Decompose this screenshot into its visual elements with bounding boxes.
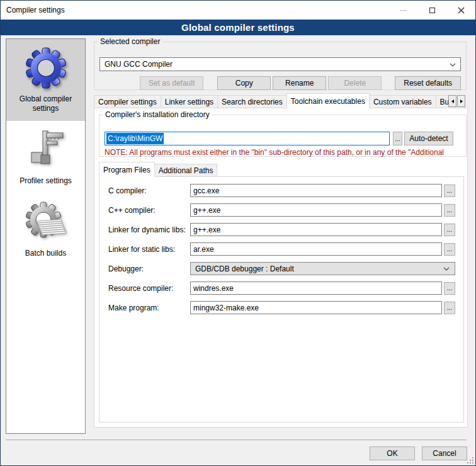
resize-grip[interactable]: [467, 457, 474, 464]
field-row-c-compiler: C compiler: ...: [108, 184, 463, 197]
copy-button[interactable]: Copy: [217, 76, 271, 90]
delete-button[interactable]: Delete: [328, 76, 382, 90]
field-row-make-program: Make program: ...: [108, 301, 463, 314]
sidebar-item-global-compiler-settings[interactable]: Global compiler settings: [6, 39, 85, 121]
settings-category-list: Global compiler settings: [6, 38, 86, 434]
tab-custom-variables[interactable]: Custom variables: [369, 95, 436, 108]
minimize-icon: [400, 10, 407, 11]
field-row-linker-static: Linker for static libs: ...: [108, 242, 463, 256]
make-program-input[interactable]: [190, 301, 442, 314]
sidebar-item-label: Global compiler settings: [8, 94, 84, 113]
installation-directory-value: C:\raylib\MinGW: [106, 133, 164, 144]
field-label: C++ compiler:: [108, 206, 190, 215]
tab-scroll-arrows: [448, 95, 465, 107]
sidebar-item-label: Batch builds: [25, 249, 66, 258]
reset-defaults-button[interactable]: Reset defaults: [395, 76, 461, 90]
field-row-linker-dynamic: Linker for dynamic libs: ...: [108, 223, 463, 236]
tab-compiler-settings[interactable]: Compiler settings: [94, 95, 161, 108]
minimize-button[interactable]: [388, 1, 417, 20]
tab-linker-settings[interactable]: Linker settings: [161, 95, 218, 108]
c-compiler-browse-button[interactable]: ...: [444, 185, 455, 197]
settings-tabs: Compiler settings Linker settings Search…: [94, 93, 448, 108]
selected-compiler-group: Selected compiler GNU GCC Compiler Set a…: [94, 37, 467, 90]
compiler-select-value: GNU GCC Compiler: [105, 60, 173, 69]
field-row-cpp-compiler: C++ compiler: ...: [108, 203, 463, 217]
tab-toolchain-executables[interactable]: Toolchain executables: [286, 93, 370, 108]
set-as-default-button[interactable]: Set as default: [140, 76, 203, 90]
installation-note: NOTE: All programs must exist either in …: [105, 148, 463, 157]
debugger-select-value: GDB/CDB debugger : Default: [195, 264, 294, 273]
chevron-down-icon: [443, 267, 450, 271]
sidebar-item-label: Profiler settings: [20, 176, 72, 186]
tab-program-files[interactable]: Program Files: [99, 162, 155, 177]
installation-directory-group: Compiler's installation directory C:\ray…: [99, 110, 467, 157]
cancel-button[interactable]: Cancel: [422, 446, 467, 460]
arrow-left-icon: [451, 99, 454, 103]
tab-additional-paths[interactable]: Additional Paths: [154, 164, 218, 177]
compiler-select[interactable]: GNU GCC Compiler: [99, 57, 461, 71]
field-row-resource-compiler: Resource compiler: ...: [108, 281, 463, 295]
compiler-settings-window: Compiler settings Global compiler settin…: [0, 0, 476, 466]
sidebar-item-profiler-settings[interactable]: Profiler settings: [6, 121, 85, 193]
cpp-compiler-input[interactable]: [190, 203, 442, 217]
caliper-icon: [22, 126, 70, 174]
sidebar-item-batch-builds[interactable]: Batch builds: [6, 193, 85, 266]
installation-directory-browse-button[interactable]: ...: [393, 132, 402, 145]
field-label: Linker for static libs:: [108, 245, 190, 254]
tab-scroll-right-button[interactable]: [457, 95, 465, 107]
installation-directory-input[interactable]: C:\raylib\MinGW: [105, 132, 390, 145]
cpp-compiler-browse-button[interactable]: ...: [444, 204, 455, 217]
field-label: C compiler:: [108, 186, 190, 195]
program-files-page: C compiler: ... C++ compiler: ... Linker…: [99, 176, 464, 423]
installation-directory-group-label: Compiler's installation directory: [103, 110, 212, 119]
resource-compiler-input[interactable]: [190, 281, 442, 295]
window-title: Compiler settings: [6, 6, 65, 14]
rename-button[interactable]: Rename: [273, 76, 326, 90]
resource-compiler-browse-button[interactable]: ...: [444, 282, 455, 295]
close-icon: [458, 7, 465, 14]
maximize-button[interactable]: [417, 1, 446, 20]
selected-compiler-group-label: Selected compiler: [98, 37, 162, 46]
make-program-browse-button[interactable]: ...: [444, 302, 455, 314]
tab-scroll-left-button[interactable]: [448, 95, 456, 107]
gray-gear-stack-icon: [22, 198, 70, 246]
linker-static-input[interactable]: [190, 242, 442, 256]
field-row-debugger: Debugger: GDB/CDB debugger : Default: [108, 262, 463, 275]
page-title: Global compiler settings: [1, 20, 475, 35]
compiler-actions: Set as default Copy Rename Delete Reset …: [94, 76, 461, 90]
field-label: Debugger:: [108, 264, 190, 273]
ok-button[interactable]: OK: [370, 446, 415, 460]
titlebar[interactable]: Compiler settings: [1, 1, 475, 20]
auto-detect-button[interactable]: Auto-detect: [404, 132, 453, 145]
arrow-right-icon: [460, 99, 463, 103]
program-tabs: Program Files Additional Paths: [99, 162, 217, 177]
field-label: Make program:: [108, 304, 190, 312]
close-button[interactable]: [446, 1, 475, 20]
tab-build-options[interactable]: Build: [436, 95, 448, 108]
linker-dynamic-browse-button[interactable]: ...: [444, 224, 455, 236]
footer-divider: [6, 440, 467, 440]
c-compiler-input[interactable]: [190, 184, 442, 197]
linker-dynamic-input[interactable]: [190, 223, 442, 236]
field-label: Linker for dynamic libs:: [108, 225, 190, 234]
debugger-select[interactable]: GDB/CDB debugger : Default: [190, 262, 455, 275]
linker-static-browse-button[interactable]: ...: [444, 243, 455, 256]
maximize-icon: [429, 8, 435, 13]
tab-search-directories[interactable]: Search directories: [217, 95, 287, 108]
chevron-down-icon: [450, 63, 456, 67]
blue-gear-icon: [22, 44, 70, 92]
field-label: Resource compiler:: [108, 284, 190, 293]
